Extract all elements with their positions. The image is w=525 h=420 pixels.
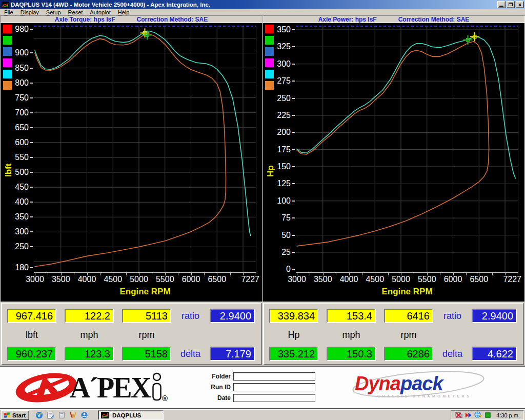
y-tick-mark [292, 252, 295, 253]
y-tick-label: 250 [268, 94, 291, 103]
folder-input[interactable] [233, 372, 315, 381]
x-tick-label: 7227 [235, 275, 259, 284]
menu-item-file[interactable]: File [1, 9, 17, 15]
delta-value: 7.179 [210, 347, 255, 361]
y-tick-label: 125 [268, 179, 291, 188]
y-tick-label: 100 [268, 196, 291, 206]
y-tick-mark [30, 142, 33, 143]
x-tick-label: 7227 [497, 275, 521, 284]
y-tick-mark [30, 246, 33, 247]
y-tick-mark [30, 267, 33, 268]
delta-label: delta [179, 349, 201, 359]
x-tick-label: 4000 [337, 275, 361, 284]
y-tick-label: 75 [268, 213, 291, 223]
unit-label-mph: mph [327, 330, 376, 341]
spacer [179, 329, 201, 341]
y-tick-label: 980 [6, 25, 29, 34]
daqplus-app-icon[interactable] [2, 1, 9, 8]
y-tick-label: 200 [268, 128, 291, 137]
y-tick-mark [292, 46, 295, 47]
y-tick-label: 300 [6, 227, 29, 236]
torque-chart-title: Axle Torque: hps IsF [55, 16, 115, 23]
y-tick-mark [292, 235, 295, 236]
cursor1-value-mph: 153.4 [327, 309, 376, 323]
x-tick-label: 5000 [127, 275, 151, 284]
ratio-label: ratio [179, 311, 201, 322]
network-offline-icon[interactable] [455, 411, 462, 419]
y-tick-mark [292, 183, 295, 184]
power-chart-title: Axle Power: hps IsF [318, 16, 377, 23]
y-tick-mark [30, 157, 33, 158]
x-tick-mark [492, 273, 493, 275]
media-icon[interactable] [69, 411, 77, 419]
torque-chart: lbft Engine RPM 980900850800750700650600… [1, 23, 262, 302]
y-tick-mark [30, 231, 33, 232]
y-tick-mark [292, 64, 295, 65]
legend-swatch-1[interactable] [3, 36, 12, 45]
cursor2-value-rpm: 5158 [122, 347, 171, 361]
delta-label: delta [441, 349, 463, 359]
y-tick-label: 175 [268, 145, 291, 154]
y-tick-label: 225 [268, 111, 291, 120]
axle-power-plot-area[interactable] [296, 26, 518, 273]
y-tick-label: 650 [6, 123, 29, 132]
y-tick-label: 350 [6, 212, 29, 222]
apexi-logo: A´PEX ® [13, 370, 168, 406]
window-controls: × [497, 1, 524, 8]
cursor1-value-rpm: 5113 [122, 309, 171, 323]
y-tick-label: 550 [6, 153, 29, 162]
daqplus-app-icon [101, 412, 109, 418]
y-tick-label: 0 [268, 265, 291, 274]
readout-row: 967.416122.25113ratio2.9400lbftmphrpm960… [0, 302, 525, 365]
x-tick-mark [230, 273, 231, 275]
menu-item-setup[interactable]: Setup [43, 9, 65, 15]
menu-item-display[interactable]: Display [17, 9, 43, 15]
date-input[interactable] [233, 394, 315, 402]
y-tick-label: 50 [268, 231, 291, 240]
power-chart: Hp Engine RPM 35032530027525022520017515… [263, 23, 524, 302]
y-tick-label: 25 [268, 248, 291, 257]
restore-button[interactable] [507, 1, 515, 8]
arrows-icon[interactable] [465, 411, 472, 419]
connection-alert-icon[interactable] [474, 411, 482, 419]
minimize-button[interactable] [497, 1, 506, 8]
y-tick-label: 800 [6, 78, 29, 88]
date-label: Date [203, 394, 231, 402]
folder-field-row: Folder [203, 372, 315, 381]
y-tick-mark [30, 112, 33, 113]
run-id-field-row: Run ID [203, 383, 315, 391]
start-button-label: Start [12, 412, 26, 418]
y-tick-label: 350 [268, 25, 291, 34]
system-tray: 4:30 p.m. [451, 410, 524, 420]
daqplus-task-button[interactable]: DAQPLUS [98, 410, 164, 420]
apexi-i-glyph [151, 372, 163, 401]
messenger-icon[interactable] [80, 411, 88, 419]
y-tick-label: 450 [6, 183, 29, 192]
spacer [472, 329, 517, 341]
spacer [210, 329, 255, 341]
menu-item-autoplot[interactable]: Autoplot [87, 9, 114, 15]
spacer [441, 329, 463, 341]
start-button[interactable]: Start [1, 410, 29, 420]
menu-item-reset[interactable]: Reset [65, 9, 87, 15]
close-button[interactable]: × [516, 1, 524, 8]
ie-icon[interactable]: e [35, 411, 43, 419]
y-tick-mark [30, 68, 33, 69]
run-id-input[interactable] [233, 383, 315, 391]
x-tick-label: 6500 [467, 275, 491, 284]
charts-row: lbft Engine RPM 980900850800750700650600… [0, 23, 525, 302]
y-tick-mark [30, 172, 33, 173]
menu-item-help[interactable]: Help [115, 9, 134, 15]
x-tick-label: 3500 [311, 275, 335, 284]
document-icon[interactable] [58, 411, 66, 419]
recorder-icon[interactable] [484, 411, 492, 419]
torque-correction-method: Correction Method: SAE [137, 16, 208, 23]
y-tick-label: 900 [6, 48, 29, 57]
dynapack-subtitle: CHASSIS DYNAMOMETERS [377, 394, 483, 398]
y-tick-mark [30, 202, 33, 203]
y-tick-label: 400 [6, 197, 29, 207]
axle-torque-plot-area[interactable] [34, 26, 256, 273]
x-tick-label: 3000 [285, 275, 309, 284]
unit-label-mph: mph [65, 330, 114, 341]
outlook-icon[interactable] [47, 411, 54, 419]
